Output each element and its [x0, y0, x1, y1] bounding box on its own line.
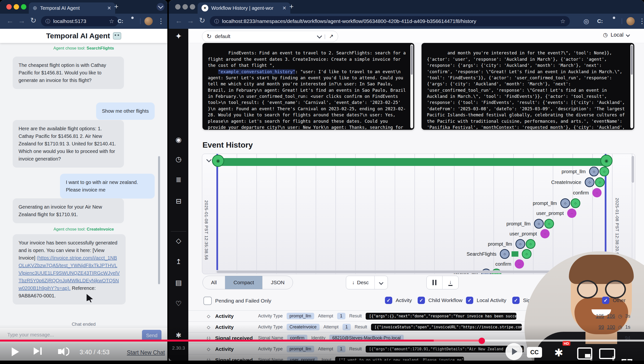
pending-failed-checkbox[interactable] — [204, 297, 212, 305]
bookmark-star-icon[interactable]: ☆ — [109, 18, 114, 25]
timeline-node[interactable]: prompt_llm◇◇ — [506, 219, 554, 228]
settings-gear-icon[interactable]: ✱ — [554, 346, 563, 359]
theater-mode-button[interactable] — [599, 348, 615, 359]
timeline-node[interactable]: user_prompt·· — [510, 229, 550, 238]
filter-other[interactable]: ✓ Other — [602, 297, 626, 304]
timeline-node[interactable]: prompt_llm◇◇ — [488, 239, 536, 249]
sidebar-schedules-icon[interactable]: ◷ — [169, 155, 188, 163]
next-button[interactable] — [34, 348, 42, 355]
timeline-start-timestamp: 2025-01-08 PST 12:35:38.56 — [204, 200, 208, 260]
pending-failed-filter[interactable]: Pending and Failed Only — [204, 297, 271, 305]
profile-avatar[interactable] — [144, 17, 153, 25]
namespace-select[interactable]: ↻ default | ↗ — [202, 31, 338, 42]
address-bar[interactable]: ⓘ localhost:5173 ☆ — [41, 16, 118, 26]
reload-icon[interactable]: ↻ — [30, 17, 36, 24]
timeline-node[interactable]: user_prompt·· — [536, 208, 576, 218]
sidebar-deployments-icon[interactable]: ≣ — [169, 176, 188, 184]
pause-button[interactable] — [427, 276, 442, 289]
timeline-start-line — [216, 154, 218, 270]
forward-icon[interactable]: → — [187, 17, 194, 24]
back-icon[interactable]: ← — [175, 17, 182, 24]
workflow-input-json-left[interactable]: FindEvents: Find an event to travel to 2… — [202, 43, 414, 130]
address-bar[interactable]: ⓘ localhost:8233/namespaces/default/work… — [210, 16, 570, 26]
timeline-node[interactable]: prompt_llm◇◇ — [562, 167, 609, 176]
open-namespace-icon[interactable]: ↗ — [329, 33, 334, 40]
video-progress-bar[interactable] — [0, 340, 644, 342]
sidebar-codec-icon[interactable]: ◇ — [169, 237, 188, 245]
download-history-button[interactable]: ↓ — [442, 276, 458, 289]
sidebar-feedback-icon[interactable]: ♡ — [169, 300, 188, 308]
extension-c-icon[interactable]: C: — [597, 18, 603, 24]
minimize-window-button[interactable] — [14, 4, 19, 10]
sidebar-batch-operations-icon[interactable]: ⊟ — [169, 197, 188, 205]
temporal-logo-icon[interactable]: ✦ — [169, 31, 188, 41]
zoom-window-button[interactable] — [21, 4, 26, 10]
profile-avatar[interactable] — [626, 17, 635, 25]
sort-desc-button[interactable]: ↓Desc — [346, 276, 375, 289]
code-scrollbar[interactable] — [410, 44, 413, 128]
reload-icon[interactable]: ↻ — [199, 17, 205, 24]
cursor-highlight-play-icon[interactable] — [506, 343, 522, 360]
view-all-tab[interactable]: All — [203, 276, 225, 289]
timeline-vertical-scrollbar[interactable] — [632, 156, 634, 183]
local-activity-checkbox[interactable]: ✓ — [466, 297, 473, 304]
result-payload[interactable]: [{"args":{},"next":"done","response":"Yo… — [366, 313, 516, 320]
filter-local-activity[interactable]: ✓ Local Activity — [466, 297, 506, 304]
sidebar-import-icon[interactable]: ↥ — [169, 258, 188, 266]
sidebar-labs-icon[interactable]: ▤ — [169, 278, 188, 287]
extension-c-icon[interactable]: C: — [118, 18, 123, 24]
password-manager-icon[interactable]: ◎ — [584, 18, 589, 25]
download-icon: ↓ — [448, 279, 452, 286]
filter-child-workflow[interactable]: ✓ Child Workflow — [418, 297, 462, 304]
timeline-node[interactable]: prompt_llm◇◇ — [533, 198, 580, 208]
back-icon[interactable]: ← — [6, 17, 14, 24]
workflow-end-node[interactable]: ◉ — [600, 155, 612, 167]
other-checkbox[interactable]: ✓ — [602, 297, 609, 304]
play-button[interactable] — [12, 348, 19, 356]
close-window-button[interactable] — [6, 4, 12, 10]
view-json-tab[interactable]: JSON — [262, 276, 293, 289]
site-info-icon[interactable]: ⓘ — [214, 18, 219, 25]
workflow-start-node[interactable]: ◉ — [212, 155, 224, 167]
tab-search-chevron-icon[interactable] — [156, 3, 164, 11]
minimize-window-button[interactable] — [182, 4, 188, 10]
filter-activity[interactable]: ✓ Activity — [385, 297, 412, 304]
activity-checkbox[interactable]: ✓ — [385, 297, 392, 304]
tab-close-icon[interactable]: ✕ — [282, 5, 286, 11]
view-compact-tab[interactable]: Compact — [225, 276, 262, 289]
timeline-node[interactable]: confirm·· — [573, 188, 602, 197]
browser-menu-icon[interactable]: ⋮ — [158, 17, 164, 25]
timeline-node[interactable]: confirm·· — [495, 259, 524, 268]
timezone-select[interactable]: ◷ Local — [603, 32, 629, 38]
zoom-window-button[interactable] — [190, 4, 195, 10]
start-new-chat-link[interactable]: Start New Chat — [127, 349, 165, 356]
browser-menu-icon[interactable]: ⋮ — [639, 17, 644, 25]
chat-scrollbar[interactable] — [158, 156, 160, 284]
tab-close-icon[interactable]: ✕ — [107, 5, 111, 11]
child-workflow-checkbox[interactable]: ✓ — [418, 297, 425, 304]
forward-icon[interactable]: → — [18, 17, 25, 24]
workflow-execution-bar[interactable] — [217, 158, 606, 166]
event-id-link[interactable]: 106 — [607, 313, 615, 319]
new-tab-button[interactable]: + — [114, 2, 118, 11]
new-tab-button[interactable]: + — [289, 2, 294, 11]
sidebar-workflows-icon[interactable]: ◉ — [169, 136, 188, 144]
browser-tab[interactable]: ✦ Workflow History | agent-wor ✕ — [198, 2, 290, 14]
timeline-node[interactable]: CreateInvoice◇◇ — [551, 177, 605, 187]
sort-chevron-button[interactable] — [375, 276, 388, 289]
miniplayer-button[interactable] — [577, 348, 592, 360]
bookmark-star-icon[interactable]: ☆ — [560, 18, 566, 25]
video-scrubber-dot[interactable] — [478, 338, 485, 344]
timeline-horizontal-scrollbar[interactable] — [216, 270, 603, 273]
captions-button[interactable]: CC — [527, 347, 542, 358]
browser-tab[interactable]: ⊕ Temporal AI Agent ✕ — [29, 2, 115, 14]
close-window-button[interactable] — [175, 4, 180, 10]
site-info-icon[interactable]: ⓘ — [45, 18, 50, 25]
workflow-input-json-right[interactable]: and month you're interested in for the e… — [422, 43, 634, 130]
volume-icon[interactable] — [58, 348, 69, 356]
timeline-node[interactable]: SearchFlights◇◇ — [467, 249, 532, 259]
event-id-link[interactable]: 105 — [596, 313, 604, 319]
signal-checkbox[interactable]: ✓ — [512, 297, 520, 304]
code-scrollbar[interactable] — [630, 44, 633, 128]
timeline-expand-chevron-icon[interactable] — [207, 158, 211, 162]
